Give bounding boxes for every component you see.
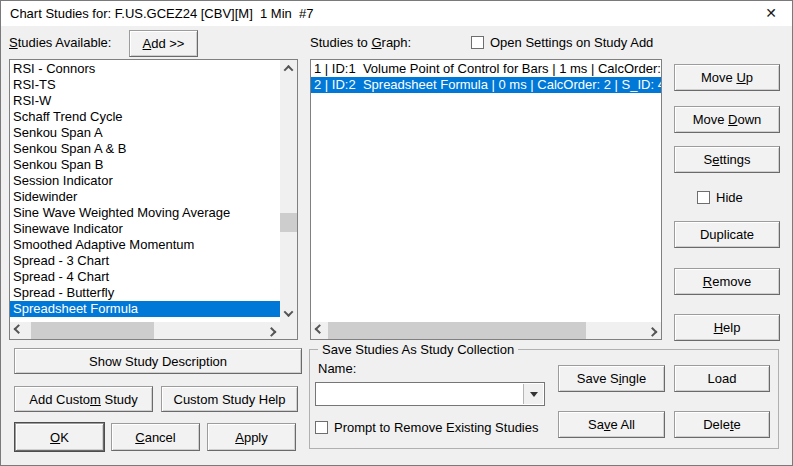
study-list-item[interactable]: Spread - 4 Chart [10,269,280,285]
study-list-item[interactable]: Spreadsheet Formula [10,301,280,317]
delete-button[interactable]: Delete [674,411,770,438]
horizontal-scrollbar-thumb[interactable] [31,322,154,339]
name-label: Name: [318,361,356,376]
horizontal-scrollbar[interactable] [311,322,661,339]
ok-button[interactable]: OK [15,423,104,451]
scroll-down-button[interactable] [280,305,297,322]
study-list-item[interactable]: Sine Wave Weighted Moving Average [10,205,280,221]
chevron-down-icon [284,307,294,317]
study-list-item[interactable]: RSI-TS [10,77,280,93]
chart-studies-dialog: Chart Studies for: F.US.GCEZ24 [CBV][M] … [0,0,793,466]
checkbox-label: Prompt to Remove Existing Studies [334,420,538,435]
duplicate-button[interactable]: Duplicate [674,221,780,248]
scroll-left-button[interactable] [10,322,27,339]
collection-name-combo[interactable] [315,382,545,406]
study-list-item[interactable]: RSI-W [10,93,280,109]
graph-study-row[interactable]: 2 | ID:2 Spreadsheet Formula | 0 ms | Ca… [311,77,661,93]
scroll-right-button[interactable] [644,322,661,339]
titlebar: Chart Studies for: F.US.GCEZ24 [CBV][M] … [1,1,792,26]
groupbox-title: Save Studies As Study Collection [318,342,518,357]
graph-study-row[interactable]: 1 | ID:1 Volume Point of Control for Bar… [311,61,661,77]
study-list-item[interactable]: Senkou Span B [10,157,280,173]
study-list-item[interactable]: Sinewave Indicator [10,221,280,237]
chevron-right-icon [267,327,277,337]
show-study-description-button[interactable]: Show Study Description [14,348,302,374]
studies-to-graph-items: 1 | ID:1 Volume Point of Control for Bar… [311,60,661,322]
close-button[interactable]: ✕ [760,3,782,23]
study-list-item[interactable]: Senkou Span A & B [10,141,280,157]
checkbox-box [471,36,484,49]
close-icon: ✕ [765,6,777,20]
study-list-item[interactable]: Sidewinder [10,189,280,205]
scroll-left-button[interactable] [311,322,328,339]
study-list-item[interactable]: Spread - 3 Chart [10,253,280,269]
window-title: Chart Studies for: F.US.GCEZ24 [CBV][M] … [10,6,313,21]
hide-checkbox[interactable]: Hide [697,190,743,204]
chevron-left-icon [315,324,325,334]
scroll-right-button[interactable] [263,322,280,339]
save-single-button[interactable]: Save Single [558,365,665,392]
checkbox-label: Open Settings on Study Add [490,35,653,50]
cancel-button[interactable]: Cancel [111,423,200,451]
prompt-remove-checkbox[interactable]: Prompt to Remove Existing Studies [315,420,538,434]
vertical-scrollbar[interactable] [280,60,297,322]
studies-available-list[interactable]: RSI - ConnorsRSI-TSRSI-WSchaff Trend Cyc… [9,59,298,340]
move-up-button[interactable]: Move Up [674,64,780,91]
checkbox-label: Hide [716,190,743,205]
open-settings-checkbox[interactable]: Open Settings on Study Add [471,35,653,49]
save-collection-groupbox: Save Studies As Study Collection Name: P… [309,349,779,449]
study-list-item[interactable]: Session Indicator [10,173,280,189]
apply-button[interactable]: Apply [207,423,296,451]
horizontal-scrollbar[interactable] [10,322,280,339]
add-button[interactable]: Add >> [129,30,198,57]
study-list-item[interactable]: Schaff Trend Cycle [10,109,280,125]
custom-study-help-button[interactable]: Custom Study Help [161,386,298,412]
studies-to-graph-list[interactable]: 1 | ID:1 Volume Point of Control for Bar… [310,59,662,340]
load-button[interactable]: Load [674,365,770,392]
move-down-button[interactable]: Move Down [674,106,780,133]
scrollbar-corner [280,322,297,339]
chevron-down-icon [530,392,538,401]
combo-dropdown-button[interactable] [523,384,543,404]
study-list-item[interactable]: Spread - Butterfly [10,285,280,301]
study-list-item[interactable]: Smoothed Adaptive Momentum [10,237,280,253]
checkbox-box [697,191,710,204]
study-list-item[interactable]: Senkou Span A [10,125,280,141]
chevron-up-icon [284,65,294,75]
scroll-up-button[interactable] [280,60,297,77]
add-custom-study-button[interactable]: Add Custom Study [14,386,153,412]
horizontal-scrollbar-thumb[interactable] [328,322,586,339]
checkbox-box [315,421,328,434]
vertical-scrollbar-thumb[interactable] [280,213,297,232]
chevron-left-icon [14,324,24,334]
studies-to-graph-label: Studies to Graph: [310,35,411,50]
study-list-item[interactable]: RSI - Connors [10,61,280,77]
studies-available-items: RSI - ConnorsRSI-TSRSI-WSchaff Trend Cyc… [10,60,280,322]
settings-button[interactable]: Settings [674,146,780,173]
studies-available-label: Studies Available: [9,35,111,50]
save-all-button[interactable]: Save All [558,411,665,438]
help-button[interactable]: Help [674,314,780,341]
chevron-right-icon [648,327,658,337]
remove-button[interactable]: Remove [674,268,780,295]
